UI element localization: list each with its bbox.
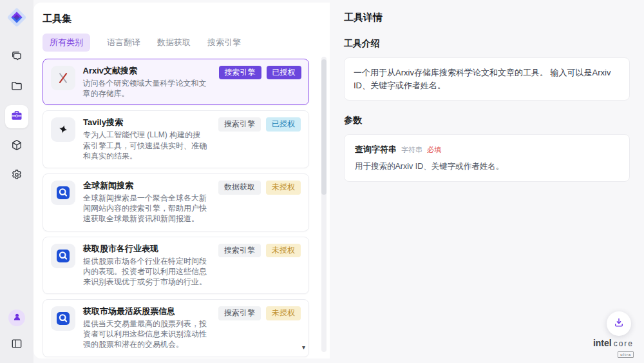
sidebar-item-user[interactable] [5,306,28,329]
tool-card[interactable]: 获取市场最活跃股票信息 提供当天交易量最高的股票列表，投资者可以利用这些信息来识… [43,299,309,357]
tool-name: 全球新闻搜索 [83,181,207,191]
category-tab[interactable]: 语言翻译 [107,37,140,48]
tool-description: 提供当天交易量最高的股票列表，投资者可以利用这些信息来识别流动性强的股票和潜在的… [83,319,207,350]
chat-icon [10,50,23,65]
gear-icon [10,168,23,184]
scrollbar-thumb[interactable] [321,59,327,195]
tool-name: 获取市场最活跃股票信息 [83,306,207,317]
sidebar-item-models[interactable] [5,135,28,158]
parameter-required-badge: 必填 [427,145,441,155]
category-tabs: 所有类别语言翻译数据获取搜索引擎 [43,34,309,51]
tool-name: Tavily搜索 [83,117,207,128]
parameter-item: 查询字符串 字符串 必填 用于搜索的Arxiv ID、关键字或作者姓名。 [355,144,619,172]
brand-core: core [614,340,634,348]
tool-auth-badge: 已授权 [266,117,301,132]
parameter-description: 用于搜索的Arxiv ID、关键字或作者姓名。 [355,161,619,172]
category-tab[interactable]: 搜索引擎 [207,37,241,48]
quark-tool-icon [51,306,75,331]
category-tab[interactable]: 数据获取 [157,37,191,48]
tool-auth-badge: 未授权 [266,181,301,195]
intel-core-logo: intel core ultra [593,338,634,358]
tool-card[interactable]: Arxiv文献搜索 访问各个研究领域大量科学论文和文章的存储库。 搜索引擎 已授… [43,59,309,105]
user-icon [12,312,22,324]
tool-category-badge: 数据获取 [218,181,261,195]
tool-card[interactable]: 全球新闻搜索 全球新闻搜索是一个聚合全球各大新闻网站内容的搜索引擎，帮助用户快速… [43,173,309,231]
tool-auth-badge: 未授权 [266,306,301,320]
details-title: 工具详情 [344,12,630,24]
sidebar [0,0,33,363]
tool-description: 专为人工智能代理 (LLM) 构建的搜索引擎工具，可快速提供实时、准确和真实的结… [83,130,207,161]
sidebar-item-tools[interactable] [5,105,28,128]
tool-card[interactable]: Tavily搜索 专为人工智能代理 (LLM) 构建的搜索引擎工具，可快速提供实… [43,110,309,168]
tool-name: Arxiv文献搜索 [83,66,207,76]
list-scrollbar[interactable] [321,57,327,352]
sidebar-item-chat[interactable] [5,46,28,69]
intro-card: 一个用于从Arxiv存储库搜索科学论文和文章的工具。 输入可以是Arxiv ID… [344,57,630,101]
tool-category-badge: 搜索引擎 [219,66,261,80]
tool-auth-badge: 未授权 [266,244,301,258]
parameter-type: 字符串 [401,145,422,155]
tool-description: 访问各个研究领域大量科学论文和文章的存储库。 [83,78,207,99]
intro-heading: 工具介绍 [344,38,630,50]
sidebar-item-panel-toggle[interactable] [5,333,28,357]
scroll-down-indicator: ▾ [302,344,305,351]
sparkle-tool-icon [51,117,75,142]
folder-icon [10,79,23,95]
tool-description: 提供股票市场各个行业在特定时间段内的表现。投资者可以利用这些信息来识别表现优于或… [83,256,207,288]
params-card: 查询字符串 字符串 必填 用于搜索的Arxiv ID、关键字或作者姓名。 [344,134,630,182]
brand-ultra-badge: ultra [618,351,634,358]
tool-description: 全球新闻搜索是一个聚合全球各大新闻网站内容的搜索引擎，帮助用户快速获取全球最新资… [83,193,207,224]
params-heading: 参数 [344,115,630,126]
toolset-panel: 工具集 所有类别语言翻译数据获取搜索引擎 Arxiv文献搜索 访问各个研究领域大… [33,3,330,358]
sidebar-item-settings[interactable] [5,164,28,188]
quark-tool-icon [51,181,75,205]
tool-category-badge: 搜索引擎 [218,244,261,258]
intro-text: 一个用于从Arxiv存储库搜索科学论文和文章的工具。 输入可以是Arxiv ID… [354,68,611,90]
category-tab[interactable]: 所有类别 [43,34,90,52]
brand-intel: intel [593,338,612,348]
download-icon [613,317,625,331]
tool-name: 获取股市各行业表现 [83,244,207,254]
toolbox-icon [10,109,23,124]
arxiv-tool-icon [51,66,75,90]
tool-list: Arxiv文献搜索 访问各个研究领域大量科学论文和文章的存储库。 搜索引擎 已授… [43,59,309,358]
tool-card[interactable]: 获取股市各行业表现 提供股票市场各个行业在特定时间段内的表现。投资者可以利用这些… [43,237,309,295]
parameter-name: 查询字符串 [355,144,397,155]
tool-details-panel: 工具详情 工具介绍 一个用于从Arxiv存储库搜索科学论文和文章的工具。 输入可… [330,0,644,363]
sidebar-nav [5,46,28,188]
toolset-title: 工具集 [43,13,309,25]
tool-auth-badge: 已授权 [267,66,301,80]
tool-category-badge: 搜索引擎 [218,306,261,320]
quark-tool-icon [51,244,75,268]
panel-toggle-icon [10,337,23,353]
user-avatar [8,309,25,326]
cube-icon [10,139,23,154]
sidebar-item-files[interactable] [5,75,28,99]
download-button[interactable] [607,311,631,336]
app-logo [5,6,28,29]
tool-category-badge: 搜索引擎 [218,117,261,132]
